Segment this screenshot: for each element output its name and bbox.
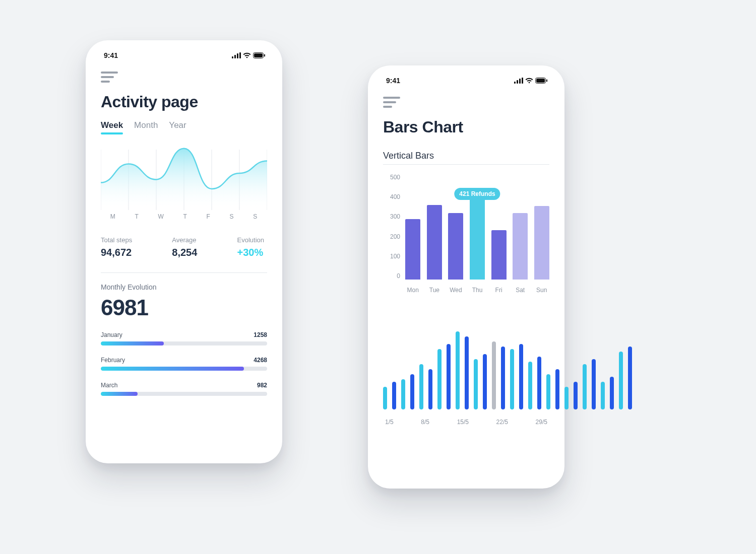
battery-icon — [535, 78, 547, 84]
status-time: 9:41 — [104, 51, 118, 59]
stats-row: Total steps 94,672Average 8,254Evolution… — [101, 236, 267, 258]
stat-average: Average 8,254 — [172, 236, 197, 258]
vertical-bar-chart: 5004003002001000 421 Refunds MonTueWedTh… — [383, 174, 549, 294]
progress-january: January1258 — [101, 331, 267, 345]
thin-bar — [419, 364, 423, 409]
vbar-col-sat[interactable] — [513, 213, 528, 280]
svg-rect-0 — [232, 56, 233, 58]
status-bar: 9:41 — [383, 77, 549, 88]
thin-bar — [510, 349, 514, 409]
thin-bar — [483, 354, 487, 409]
wifi-icon — [525, 78, 533, 84]
phone-bars: 9:41 Bars Chart Vertical Bars 5004003002… — [368, 65, 564, 489]
vbar-col-mon[interactable] — [405, 219, 421, 280]
thin-bar — [437, 349, 442, 409]
svg-rect-17 — [522, 78, 523, 84]
svg-rect-6 — [264, 54, 265, 57]
thin-bar — [574, 382, 578, 409]
monthly-big-number: 6981 — [101, 295, 267, 320]
thin-bar — [619, 352, 623, 409]
svg-rect-3 — [239, 52, 241, 58]
vbar-columns: 421 Refunds — [383, 174, 549, 280]
progress-march: March982 — [101, 382, 267, 396]
weekly-area-chart: MTWTFSS — [101, 145, 267, 225]
thin-bar — [628, 347, 632, 409]
battery-icon — [253, 52, 265, 58]
monthly-label: Monthly Evolution — [101, 283, 267, 291]
thin-bar — [528, 362, 532, 409]
thin-bar — [410, 374, 414, 409]
thin-bar — [537, 357, 541, 409]
cellular-icon — [232, 52, 241, 58]
thin-bar — [546, 374, 550, 409]
page-title: Bars Chart — [383, 118, 549, 136]
thin-bar — [519, 344, 523, 409]
svg-rect-19 — [536, 79, 545, 83]
thin-bar — [447, 344, 451, 409]
status-icons — [232, 52, 265, 58]
svg-rect-16 — [519, 79, 521, 84]
tab-month[interactable]: Month — [134, 120, 158, 133]
thin-bar — [465, 336, 469, 409]
thin-bar-x-axis: 1/58/515/522/529/5 — [383, 419, 549, 426]
svg-rect-5 — [254, 53, 263, 57]
vbar-col-wed[interactable] — [448, 213, 464, 280]
svg-rect-20 — [546, 80, 547, 82]
thin-bar — [392, 382, 396, 409]
thin-bar — [492, 341, 496, 409]
tab-year[interactable]: Year — [169, 120, 186, 133]
phone-activity: 9:41 Activity page WeekMonthYear MTWTFSS… — [86, 40, 282, 463]
thin-bar — [474, 359, 478, 409]
thin-bar — [383, 387, 387, 409]
period-tabs: WeekMonthYear — [101, 120, 267, 133]
vbar-col-tue[interactable] — [427, 205, 443, 280]
thin-bar — [592, 359, 596, 409]
svg-rect-1 — [234, 55, 236, 58]
thin-bar — [501, 347, 505, 409]
cellular-icon — [514, 78, 523, 84]
page-title: Activity page — [101, 93, 267, 111]
thin-bar-chart — [383, 324, 549, 409]
thin-bar — [610, 377, 614, 409]
divider — [101, 272, 267, 273]
tab-week[interactable]: Week — [101, 120, 123, 133]
vbar-col-fri[interactable] — [491, 230, 507, 280]
status-bar: 9:41 — [101, 51, 267, 62]
svg-rect-2 — [237, 53, 238, 58]
area-x-labels: MTWTFSS — [101, 213, 267, 220]
section-vertical-bars: Vertical Bars — [383, 151, 549, 161]
menu-icon[interactable] — [101, 72, 118, 83]
divider — [383, 164, 549, 165]
thin-bar — [428, 369, 432, 409]
bar-tooltip: 421 Refunds — [454, 188, 500, 200]
svg-rect-14 — [514, 82, 516, 84]
status-time: 9:41 — [386, 77, 400, 85]
thin-bar — [401, 379, 405, 409]
vbar-col-sun[interactable] — [534, 206, 549, 280]
stat-evolution: Evolution +30% — [237, 236, 264, 258]
wifi-icon — [243, 52, 251, 58]
thin-bar — [555, 369, 559, 409]
stat-total-steps: Total steps 94,672 — [101, 236, 132, 258]
thin-bar — [583, 364, 587, 409]
thin-bar — [601, 382, 605, 409]
svg-rect-15 — [517, 80, 518, 84]
menu-icon[interactable] — [383, 97, 400, 108]
vbar-x-axis: MonTueWedThuFriSatSun — [383, 287, 549, 294]
thin-bar — [564, 387, 569, 409]
vbar-y-axis: 5004003002001000 — [383, 174, 403, 280]
progress-february: February4268 — [101, 357, 267, 371]
thin-bar — [456, 331, 460, 409]
status-icons — [514, 78, 547, 84]
vbar-col-thu[interactable]: 421 Refunds — [470, 191, 485, 280]
